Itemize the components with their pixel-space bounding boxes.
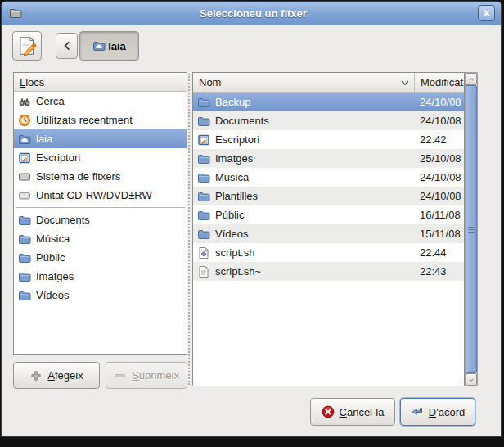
type-location-button[interactable] bbox=[12, 31, 42, 61]
path-home-label: laia bbox=[108, 40, 126, 52]
file-name: Plantilles bbox=[215, 190, 414, 202]
file-modified: 15/11/08 bbox=[414, 228, 464, 240]
sidebar-item-unitat-cd-rw-dvd-rw[interactable]: Unitat CD-RW/DVD±RW bbox=[14, 186, 187, 205]
scroll-up-button[interactable] bbox=[466, 73, 477, 85]
folder-icon bbox=[197, 115, 210, 128]
plus-icon bbox=[29, 369, 43, 382]
binoculars-icon bbox=[18, 95, 31, 108]
file-rows: Backup24/10/08Documents24/10/08Escriptor… bbox=[193, 93, 464, 281]
folder-icon bbox=[197, 96, 210, 109]
folder-icon bbox=[197, 190, 210, 203]
sidebar-item-v-deos[interactable]: Vídeos bbox=[14, 286, 187, 305]
enter-arrow-icon bbox=[411, 405, 424, 418]
file-row-script-sh[interactable]: script.sh22:44 bbox=[193, 243, 464, 262]
minus-icon bbox=[114, 369, 127, 382]
file-row-plantilles[interactable]: Plantilles24/10/08 bbox=[193, 187, 464, 205]
sidebar-list: CercaUtilitzats recentmentlaiaEscriptori… bbox=[14, 92, 187, 354]
file-name: Vídeos bbox=[215, 228, 414, 240]
screen: Seleccioneu un fitxer laia Llocs CercaUt… bbox=[0, 0, 504, 447]
remove-place-label: Suprimeix bbox=[132, 369, 179, 382]
sidebar-item-label: Vídeos bbox=[36, 289, 69, 301]
drive-icon bbox=[18, 170, 31, 183]
scrollbar-thumb[interactable] bbox=[466, 85, 477, 373]
sidebar-separator bbox=[16, 207, 185, 208]
column-nom-label: Nom bbox=[199, 76, 221, 88]
file-chooser-dialog: Seleccioneu un fitxer laia Llocs CercaUt… bbox=[2, 2, 501, 436]
sidebar-item-cerca[interactable]: Cerca bbox=[14, 92, 187, 111]
close-button[interactable] bbox=[478, 5, 495, 21]
file-name: Documents bbox=[215, 115, 414, 127]
sidebar-item-label: Sistema de fitxers bbox=[36, 170, 120, 183]
titlebar[interactable]: Seleccioneu un fitxer bbox=[2, 2, 501, 25]
file-modified: 24/10/08 bbox=[414, 190, 464, 202]
file-modified: 24/10/08 bbox=[414, 115, 464, 127]
edit-location-icon bbox=[16, 35, 38, 56]
file-modified: 22:44 bbox=[414, 246, 464, 259]
column-header-nom[interactable]: Nom bbox=[193, 73, 415, 92]
add-place-label: Afegeix bbox=[47, 369, 83, 382]
column-header-modificat[interactable]: Modificat bbox=[415, 73, 464, 92]
cancel-button[interactable]: Cancel·la bbox=[310, 398, 395, 426]
path-back-button[interactable] bbox=[56, 33, 78, 59]
sidebar-item-m-sica[interactable]: Música bbox=[14, 229, 187, 248]
file-name: Imatges bbox=[215, 152, 414, 165]
file-row-escriptori[interactable]: Escriptori22:42 bbox=[193, 130, 464, 149]
folder-icon bbox=[18, 251, 31, 264]
window-folder-icon bbox=[9, 7, 22, 20]
sidebar-item-label: Escriptori bbox=[36, 151, 80, 164]
cancel-label: Cancel·la bbox=[340, 406, 385, 418]
path-home-button[interactable]: laia bbox=[79, 31, 139, 61]
remove-place-button[interactable]: Suprimeix bbox=[106, 362, 187, 389]
folder-icon bbox=[197, 152, 210, 165]
file-name: script.sh~ bbox=[215, 265, 414, 278]
ok-button[interactable]: D'acord bbox=[400, 398, 475, 426]
places-panel: Llocs CercaUtilitzats recentmentlaiaEscr… bbox=[13, 72, 187, 355]
chevron-left-icon bbox=[61, 39, 74, 52]
file-list-header: Nom Modificat bbox=[193, 73, 464, 93]
sidebar-item-escriptori[interactable]: Escriptori bbox=[14, 148, 187, 167]
file-row-documents[interactable]: Documents24/10/08 bbox=[193, 111, 464, 130]
vertical-scrollbar[interactable] bbox=[465, 72, 478, 386]
text-file-icon bbox=[197, 265, 210, 278]
sidebar-item-documents[interactable]: Documents bbox=[14, 210, 187, 229]
sidebar-item-utilitzats-recentment[interactable]: Utilitzats recentment bbox=[14, 111, 187, 129]
pane-divider[interactable] bbox=[188, 74, 190, 385]
places-header-label: Llocs bbox=[20, 76, 44, 88]
desktop-icon bbox=[197, 133, 210, 147]
folder-icon bbox=[18, 214, 31, 227]
file-modified: 22:42 bbox=[414, 133, 464, 146]
folder-icon bbox=[197, 209, 210, 222]
sidebar-item-label: Utilitzats recentment bbox=[36, 114, 133, 126]
sidebar-item-sistema-de-fitxers[interactable]: Sistema de fitxers bbox=[14, 167, 187, 186]
folder-icon bbox=[18, 233, 31, 246]
home-folder-icon bbox=[18, 133, 31, 146]
file-row-v-deos[interactable]: Vídeos15/11/08 bbox=[193, 224, 464, 243]
places-header[interactable]: Llocs bbox=[14, 73, 187, 92]
file-row-p-blic[interactable]: Públic16/11/08 bbox=[193, 205, 464, 224]
file-name: Públic bbox=[215, 209, 414, 221]
add-place-button[interactable]: Afegeix bbox=[13, 362, 100, 389]
scroll-down-button[interactable] bbox=[466, 373, 477, 386]
file-name: Backup bbox=[215, 96, 414, 108]
file-name: Escriptori bbox=[215, 133, 414, 146]
home-folder-icon bbox=[92, 39, 106, 52]
file-modified: 24/10/08 bbox=[414, 96, 464, 108]
window-title: Seleccioneu un fitxer bbox=[22, 7, 484, 20]
folder-icon bbox=[18, 270, 31, 283]
recent-icon bbox=[18, 114, 31, 127]
sidebar-item-laia[interactable]: laia bbox=[14, 129, 187, 148]
scrollbar-grip bbox=[468, 227, 475, 233]
file-row-script-sh[interactable]: script.sh~22:43 bbox=[193, 262, 464, 281]
file-row-backup[interactable]: Backup24/10/08 bbox=[193, 93, 464, 111]
sidebar-item-label: Documents bbox=[36, 214, 90, 226]
file-row-imatges[interactable]: Imatges25/10/08 bbox=[193, 149, 464, 168]
sidebar-item-label: Cerca bbox=[36, 95, 65, 107]
sidebar-item-imatges[interactable]: Imatges bbox=[14, 267, 187, 286]
sidebar-item-p-blic[interactable]: Públic bbox=[14, 248, 187, 267]
folder-icon bbox=[18, 289, 31, 302]
file-row-m-sica[interactable]: Música24/10/08 bbox=[193, 168, 464, 187]
file-modified: 24/10/08 bbox=[414, 171, 464, 183]
optical-drive-icon bbox=[18, 189, 31, 202]
file-modified: 25/10/08 bbox=[414, 152, 464, 165]
desktop-icon bbox=[18, 151, 31, 165]
